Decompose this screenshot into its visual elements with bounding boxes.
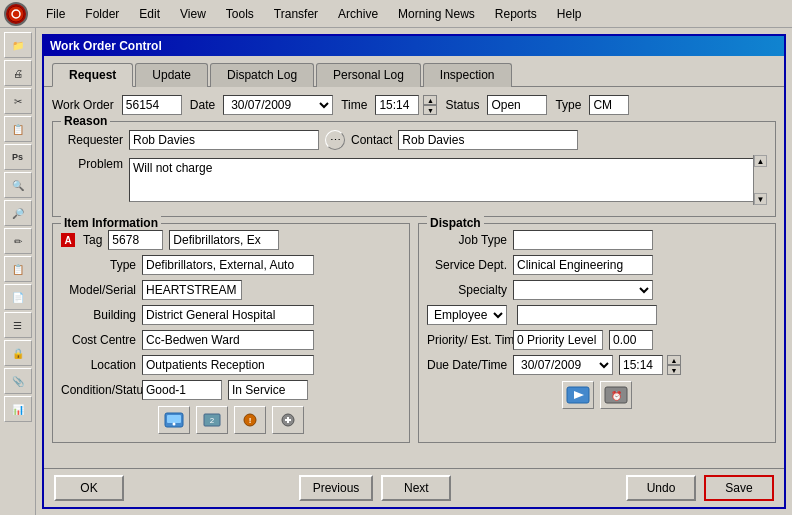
building-input[interactable] xyxy=(142,305,314,325)
item-info-title: Item Information xyxy=(61,216,161,230)
model-row: Model/Serial xyxy=(61,280,401,300)
nav-btn-group: Previous Next xyxy=(299,475,452,501)
type-input[interactable] xyxy=(589,95,629,115)
due-date-select[interactable]: 30/07/2009 xyxy=(513,355,613,375)
save-button[interactable]: Save xyxy=(704,475,774,501)
tab-request[interactable]: Request xyxy=(52,63,133,87)
menu-archive[interactable]: Archive xyxy=(328,4,388,24)
item-btn-1[interactable] xyxy=(158,406,190,434)
reason-section: Reason Requester ⋯ Contact Problem Will … xyxy=(52,121,776,217)
scroll-up-btn[interactable]: ▲ xyxy=(754,155,767,167)
priority-input[interactable] xyxy=(513,330,603,350)
time-input[interactable] xyxy=(375,95,419,115)
left-toolbar: 📁 🖨 ✂ 📋 Ps 🔍 🔎 ✏ 📋 📄 ☰ 🔒 📎 📊 xyxy=(0,28,36,515)
reason-title: Reason xyxy=(61,114,110,128)
problem-label: Problem xyxy=(61,157,123,171)
date-select[interactable]: 30/07/2009 xyxy=(223,95,333,115)
due-time-up-btn[interactable]: ▲ xyxy=(667,355,681,365)
priority-num-input[interactable] xyxy=(609,330,653,350)
toolbar-btn-12[interactable]: 🔒 xyxy=(4,340,32,366)
specialty-select[interactable] xyxy=(513,280,653,300)
due-time-spinner: ▲ ▼ xyxy=(667,355,681,375)
previous-button[interactable]: Previous xyxy=(299,475,374,501)
tab-update[interactable]: Update xyxy=(135,63,208,87)
due-time-group: ▲ ▼ xyxy=(619,355,681,375)
problem-row: Problem Will not charge ▲ ▼ xyxy=(61,155,767,205)
cost-centre-input[interactable] xyxy=(142,330,314,350)
toolbar-btn-9[interactable]: 📋 xyxy=(4,256,32,282)
tag-label: Tag xyxy=(83,233,102,247)
toolbar-btn-14[interactable]: 📊 xyxy=(4,396,32,422)
item-btn-2[interactable]: 2 xyxy=(196,406,228,434)
dispatch-btn-2[interactable]: ⏰ xyxy=(600,381,632,409)
requester-input[interactable] xyxy=(129,130,319,150)
action-btn-group: Undo Save xyxy=(626,475,774,501)
scroll-track xyxy=(754,167,767,193)
tab-dispatch-log[interactable]: Dispatch Log xyxy=(210,63,314,87)
menu-file[interactable]: File xyxy=(36,4,75,24)
item-action-btns: 2 ! xyxy=(61,406,401,434)
ok-button[interactable]: OK xyxy=(54,475,124,501)
menu-tools[interactable]: Tools xyxy=(216,4,264,24)
toolbar-btn-11[interactable]: ☰ xyxy=(4,312,32,338)
item-btn-3[interactable]: ! xyxy=(234,406,266,434)
toolbar-btn-6[interactable]: 🔍 xyxy=(4,172,32,198)
menu-edit[interactable]: Edit xyxy=(129,4,170,24)
condition-input[interactable] xyxy=(142,380,222,400)
toolbar-btn-10[interactable]: 📄 xyxy=(4,284,32,310)
location-input[interactable] xyxy=(142,355,314,375)
employee-row: Employee xyxy=(427,305,767,325)
requester-search-btn[interactable]: ⋯ xyxy=(325,130,345,150)
employee-input[interactable] xyxy=(517,305,657,325)
next-button[interactable]: Next xyxy=(381,475,451,501)
svg-text:2: 2 xyxy=(210,416,215,425)
menu-view[interactable]: View xyxy=(170,4,216,24)
toolbar-btn-3[interactable]: ✂ xyxy=(4,88,32,114)
item-btn-4[interactable] xyxy=(272,406,304,434)
cost-centre-row: Cost Centre xyxy=(61,330,401,350)
due-time-input[interactable] xyxy=(619,355,663,375)
time-up-btn[interactable]: ▲ xyxy=(423,95,437,105)
menu-morning-news[interactable]: Morning News xyxy=(388,4,485,24)
service-dept-input[interactable] xyxy=(513,255,653,275)
menu-bar: File Folder Edit View Tools Transfer Arc… xyxy=(0,0,792,28)
toolbar-btn-1[interactable]: 📁 xyxy=(4,32,32,58)
in-service-input[interactable] xyxy=(228,380,308,400)
tag-extra-input[interactable] xyxy=(169,230,279,250)
item-type-label: Type xyxy=(61,258,136,272)
requester-row: Requester ⋯ Contact xyxy=(61,130,767,150)
toolbar-btn-2[interactable]: 🖨 xyxy=(4,60,32,86)
tab-inspection[interactable]: Inspection xyxy=(423,63,512,87)
status-label: Status xyxy=(445,98,479,112)
model-input[interactable] xyxy=(142,280,242,300)
menu-reports[interactable]: Reports xyxy=(485,4,547,24)
toolbar-btn-8[interactable]: ✏ xyxy=(4,228,32,254)
scroll-down-btn[interactable]: ▼ xyxy=(754,193,767,205)
tag-input[interactable] xyxy=(108,230,163,250)
contact-input[interactable] xyxy=(398,130,578,150)
time-spinner: ▲ ▼ xyxy=(423,95,437,115)
dispatch-btn-1[interactable] xyxy=(562,381,594,409)
toolbar-btn-5[interactable]: Ps xyxy=(4,144,32,170)
job-type-row: Job Type xyxy=(427,230,767,250)
job-type-input[interactable] xyxy=(513,230,653,250)
undo-button[interactable]: Undo xyxy=(626,475,696,501)
toolbar-btn-7[interactable]: 🔎 xyxy=(4,200,32,226)
due-time-down-btn[interactable]: ▼ xyxy=(667,365,681,375)
problem-textarea[interactable]: Will not charge xyxy=(129,158,767,202)
status-input[interactable] xyxy=(487,95,547,115)
menu-folder[interactable]: Folder xyxy=(75,4,129,24)
menu-help[interactable]: Help xyxy=(547,4,592,24)
toolbar-btn-4[interactable]: 📋 xyxy=(4,116,32,142)
location-label: Location xyxy=(61,358,136,372)
time-label: Time xyxy=(341,98,367,112)
tab-personal-log[interactable]: Personal Log xyxy=(316,63,421,87)
toolbar-btn-13[interactable]: 📎 xyxy=(4,368,32,394)
building-row: Building xyxy=(61,305,401,325)
workorder-number-input[interactable] xyxy=(122,95,182,115)
item-type-input[interactable] xyxy=(142,255,314,275)
time-down-btn[interactable]: ▼ xyxy=(423,105,437,115)
menu-transfer[interactable]: Transfer xyxy=(264,4,328,24)
employee-select[interactable]: Employee xyxy=(427,305,507,325)
problem-scrollbar: ▲ ▼ xyxy=(753,155,767,205)
